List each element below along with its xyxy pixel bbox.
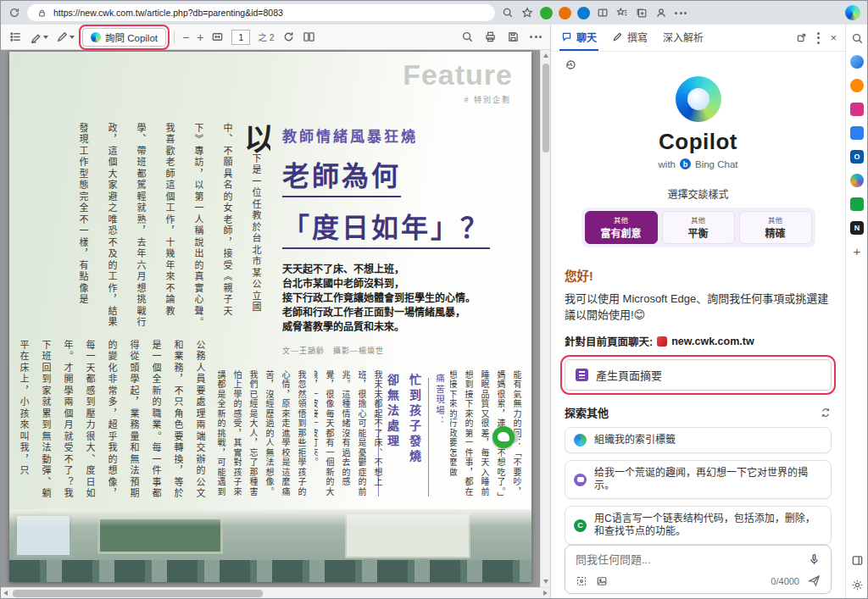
suggestion-chip-c-code[interactable]: 用C语言写一个链表结构代码，包括添加，删除，和查找节点的功能。 [565, 506, 832, 545]
copilot-dot-icon [91, 32, 101, 42]
more-tools-icon[interactable] [530, 36, 542, 38]
history-icon[interactable] [565, 58, 577, 71]
favorites-star-icon[interactable] [520, 6, 534, 19]
lock-icon [35, 6, 48, 19]
evernote-icon[interactable] [540, 7, 553, 19]
summary-highlight: 產生頁面摘要 [565, 359, 832, 391]
chat-input[interactable] [576, 553, 801, 566]
classroom-photo [9, 509, 531, 582]
rotate-icon[interactable] [282, 31, 295, 43]
scroll-up-arrow[interactable] [543, 53, 548, 58]
copilot-sidebar: 聊天 撰寫 深入解析 [550, 25, 845, 598]
profile-icon[interactable] [654, 6, 668, 19]
sidebar-app-shopping-icon[interactable] [850, 79, 864, 92]
close-icon[interactable]: × [830, 31, 837, 44]
vertical-scroll-thumb[interactable] [542, 64, 549, 153]
evernote-clipper-button[interactable] [492, 426, 515, 448]
article-opening-bottom: 公務人員要處理兩端交辦的公文和業務，不只角色要轉換，等於是一個全新的職業。每一件… [19, 340, 211, 504]
browser-topbar: https://new.cwk.com.tw/article.php?db=pa… [1, 1, 867, 25]
sidebar-app-tools-icon[interactable] [850, 126, 864, 140]
suggestion-chip-fun-fact[interactable]: 给我一个荒诞的趣闻，再幻想一下它对世界的揭示。 [565, 460, 832, 499]
section-title-line2: 卻無法處理 [384, 374, 401, 501]
article-byline: 文—王韻齡 攝影—楊煥世 [282, 345, 526, 356]
open-in-window-icon[interactable] [796, 32, 807, 43]
site-favicon [657, 336, 667, 347]
content-row: 詢問 Copilot − + 之 2 [1, 25, 867, 598]
copilot-subtitle: with Bing Chat [565, 158, 832, 169]
generate-summary-button[interactable]: 產生頁面摘要 [565, 359, 832, 391]
sidebar-search-icon[interactable] [851, 32, 864, 45]
sidebar-app-tree-icon[interactable] [850, 197, 864, 211]
vertical-scrollbar[interactable] [540, 50, 550, 587]
mic-icon[interactable] [808, 553, 821, 566]
copilot-logo [676, 76, 721, 122]
sidebar-toggle-icon[interactable] [851, 554, 864, 567]
add-image-icon[interactable] [596, 575, 608, 587]
style-balanced-button[interactable]: 其他 平衡 [662, 211, 735, 244]
photo-whiteboard [345, 513, 470, 558]
pen-icon[interactable] [56, 31, 75, 43]
page-number-input[interactable] [231, 30, 250, 45]
c-language-icon [574, 519, 587, 532]
dropcap: 以 [239, 123, 270, 153]
ask-copilot-button[interactable]: 詢問 Copilot [82, 28, 166, 47]
copilot-header-actions: × [796, 31, 837, 44]
collections-icon[interactable] [635, 6, 648, 19]
address-bar[interactable]: https://new.cwk.com.tw/article.php?db=pa… [27, 4, 495, 21]
two-page-icon[interactable] [303, 31, 315, 43]
horizontal-scrollbar[interactable] [1, 587, 550, 598]
send-icon[interactable] [808, 574, 821, 587]
sidebar-app-discover-icon[interactable] [850, 55, 864, 69]
photo-window [14, 513, 72, 557]
sidebar-app-notion-icon[interactable]: N [850, 221, 864, 235]
book-icon [576, 369, 588, 381]
zoom-icon[interactable] [501, 6, 515, 19]
tab-chat[interactable]: 聊天 [559, 25, 598, 51]
scroll-right-arrow[interactable] [543, 591, 548, 596]
sidebar-app-games-icon[interactable] [850, 103, 864, 116]
more-icon[interactable] [674, 6, 687, 19]
style-precise-button[interactable]: 其他 精確 [739, 211, 812, 244]
screenshot-icon[interactable] [576, 575, 587, 587]
search-icon[interactable] [461, 31, 474, 43]
article-title-line2: 「度日如年」？ [282, 206, 490, 249]
refresh-suggestions-icon[interactable] [820, 407, 832, 419]
settings-gear-icon[interactable] [851, 579, 864, 591]
tab-compose[interactable]: 撰寫 [610, 25, 649, 51]
toc-icon[interactable] [9, 31, 22, 43]
split-screen-icon[interactable] [596, 6, 609, 19]
chat-input-card: 0/4000 [565, 545, 832, 594]
chat-chip-icon [574, 474, 587, 486]
url-text: https://new.cwk.com.tw/article.php?db=pa… [53, 8, 283, 18]
fit-width-icon[interactable] [211, 31, 224, 43]
print-icon[interactable] [484, 31, 497, 43]
favorites-bar-icon[interactable] [615, 6, 629, 19]
highlighter-icon[interactable] [30, 31, 48, 43]
copilot-icon[interactable] [845, 5, 860, 20]
feature-label: Feature [403, 58, 513, 92]
bing-icon [680, 158, 691, 169]
refresh-icon[interactable] [8, 6, 21, 19]
more-vertical-icon[interactable] [817, 32, 820, 44]
style-creative-button[interactable]: 其他 富有創意 [585, 211, 658, 244]
horizontal-scroll-thumb[interactable] [13, 590, 263, 597]
browser-window: https://new.cwk.com.tw/article.php?db=pa… [0, 0, 868, 599]
add-app-icon[interactable]: + [854, 245, 861, 258]
save-icon[interactable] [507, 31, 520, 43]
extension-blue-icon[interactable] [577, 7, 590, 19]
sidebar-app-outlook-icon[interactable]: O [850, 150, 864, 164]
tab-insights[interactable]: 深入解析 [661, 25, 705, 51]
scroll-left-arrow[interactable] [3, 591, 8, 596]
scroll-down-arrow[interactable] [543, 580, 548, 584]
article-title-line1: 老師為何 [282, 154, 401, 197]
sidebar-app-office-icon[interactable] [850, 174, 864, 187]
section-title-line1: 忙到孩子發燒 [406, 374, 423, 501]
extension-orange-icon[interactable] [559, 7, 571, 19]
zoom-in-icon[interactable]: + [197, 31, 203, 44]
pdf-canvas: Feature # 特別企劃 以下是一位任教於台北市某公立國中、不願具名的女老師… [1, 50, 550, 587]
zoom-out-icon[interactable]: − [182, 31, 189, 44]
rail-bottom [851, 554, 864, 591]
suggestion-chip-tabs[interactable]: 組織我的索引標籤 [565, 427, 832, 453]
magazine-page: Feature # 特別企劃 以下是一位任教於台北市某公立國中、不願具名的女老師… [9, 52, 531, 582]
feature-tag: # 特別企劃 [464, 94, 511, 105]
